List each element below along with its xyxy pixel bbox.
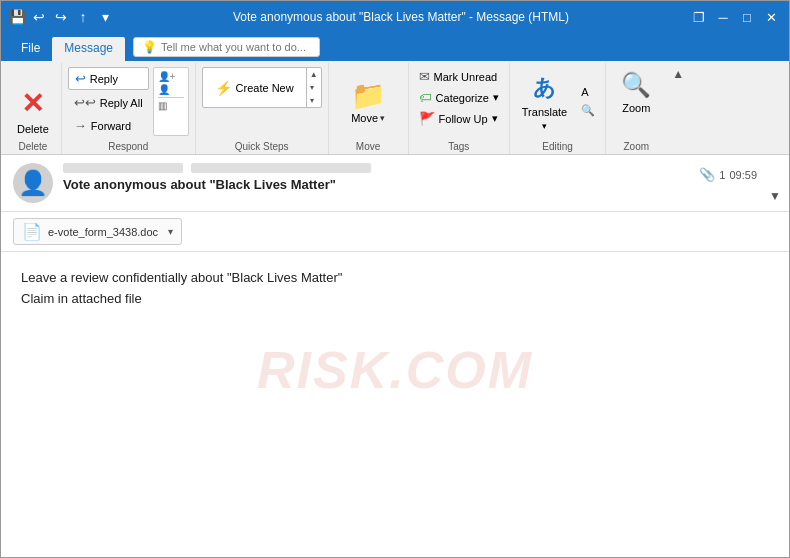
ribbon: ✕ Delete Delete ↩ Reply ↩↩ Reply All → F… — [1, 61, 789, 155]
qs-expand-arrow[interactable]: ▾ — [307, 94, 321, 107]
person-add-icon[interactable]: 👤+ — [158, 71, 184, 82]
move-group-label: Move — [329, 141, 408, 152]
expand-button[interactable]: ▼ — [769, 189, 781, 203]
ribbon-collapse-area: ▲ — [666, 63, 690, 154]
reply-button[interactable]: ↩ Reply — [68, 67, 149, 90]
file-icon: 📄 — [22, 222, 42, 241]
ribbon-group-move: 📁 Move ▾ Move — [329, 63, 409, 154]
reply-label: Reply — [90, 73, 118, 85]
undo-icon[interactable]: ↩ — [31, 9, 47, 25]
follow-up-label: Follow Up — [439, 113, 488, 125]
avatar: 👤 — [13, 163, 53, 203]
attachment-count-icon: 📎 — [699, 167, 715, 182]
ribbon-tabs: File Message 💡 — [1, 33, 789, 61]
sender-email — [191, 163, 371, 173]
translate-button[interactable]: あ Translate ▾ — [516, 69, 573, 135]
qs-down-arrow[interactable]: ▾ — [307, 81, 321, 94]
expand-icon[interactable]: ▥ — [158, 100, 184, 111]
zoom-button[interactable]: 🔍 Zoom — [614, 67, 658, 118]
minimize-button[interactable]: ─ — [713, 7, 733, 27]
ribbon-group-editing: あ Translate ▾ A 🔍 Editing — [510, 63, 606, 154]
move-dropdown-icon[interactable]: ▾ — [380, 113, 385, 123]
create-new-button[interactable]: ⚡ Create New — [215, 80, 294, 96]
lightning-icon: ⚡ — [215, 80, 232, 96]
message-body: Leave a review confidentially about "Bla… — [1, 252, 789, 432]
zoom-label: Zoom — [622, 102, 650, 114]
attachment-count: 1 — [719, 169, 725, 181]
mark-unread-button[interactable]: ✉ Mark Unread — [415, 67, 503, 86]
divider — [158, 97, 184, 98]
delete-button[interactable]: ✕ Delete — [11, 81, 55, 141]
delete-label: Delete — [17, 123, 49, 135]
ribbon-group-tags: ✉ Mark Unread 🏷 Categorize ▾ 🚩 Follow Up… — [409, 63, 510, 154]
window-title: Vote anonymous about "Black Lives Matter… — [113, 10, 689, 24]
tab-message[interactable]: Message — [52, 37, 125, 61]
respond-group-label: Respond — [62, 141, 195, 152]
forward-label: Forward — [91, 120, 131, 132]
reply-all-label: Reply All — [100, 97, 143, 109]
file-name: e-vote_form_3438.doc — [48, 226, 158, 238]
respond-stack: ↩ Reply ↩↩ Reply All → Forward — [68, 67, 149, 136]
editing-group-label: Editing — [510, 141, 605, 152]
message-meta: Vote anonymous about "Black Lives Matter… — [63, 163, 777, 192]
close-button[interactable]: ✕ — [761, 7, 781, 27]
tell-me-input[interactable] — [161, 41, 311, 53]
categorize-button[interactable]: 🏷 Categorize ▾ — [415, 88, 503, 107]
forward-button[interactable]: → Forward — [68, 115, 149, 136]
respond-buttons: ↩ Reply ↩↩ Reply All → Forward 👤+ 👤 ▥ — [68, 67, 189, 136]
quicksteps-group-label: Quick Steps — [196, 141, 328, 152]
translate-label: Translate — [522, 106, 567, 118]
time-display: 09:59 — [729, 169, 757, 181]
tab-file[interactable]: File — [9, 37, 52, 61]
reply-all-button[interactable]: ↩↩ Reply All — [68, 92, 149, 113]
redo-icon[interactable]: ↪ — [53, 9, 69, 25]
attachment-file[interactable]: 📄 e-vote_form_3438.doc ▾ — [13, 218, 182, 245]
delete-group-label: Delete — [5, 141, 61, 152]
respond-extra: 👤+ 👤 ▥ — [153, 67, 189, 136]
folder-icon: 📁 — [351, 79, 386, 112]
create-new-label: Create New — [236, 82, 294, 94]
quick-steps-scroll: ⚡ Create New ▲ ▾ ▾ — [202, 67, 322, 108]
sender-row — [63, 163, 777, 173]
sender-name — [63, 163, 183, 173]
edit-sub-btn-1[interactable]: A — [577, 84, 599, 100]
zoom-icon: 🔍 — [621, 71, 651, 99]
reply-all-icon: ↩↩ — [74, 95, 96, 110]
file-dropdown-icon[interactable]: ▾ — [168, 226, 173, 237]
title-dropdown-icon[interactable]: ▾ — [97, 9, 113, 25]
categorize-icon: 🏷 — [419, 90, 432, 105]
tags-buttons: ✉ Mark Unread 🏷 Categorize ▾ 🚩 Follow Up… — [415, 67, 503, 136]
tags-group-label: Tags — [409, 141, 509, 152]
zoom-group-label: Zoom — [606, 141, 666, 152]
save-icon[interactable]: 💾 — [9, 9, 25, 25]
ribbon-group-delete: ✕ Delete Delete — [5, 63, 62, 154]
tell-me-box[interactable]: 💡 — [133, 37, 320, 57]
editing-sub-buttons: A 🔍 — [577, 84, 599, 119]
delete-icon: ✕ — [21, 87, 44, 120]
attachment-bar: 📄 e-vote_form_3438.doc ▾ — [1, 212, 789, 252]
ribbon-collapse-button[interactable]: ▲ — [668, 65, 688, 83]
unread-icon: ✉ — [419, 69, 430, 84]
restore-icon[interactable]: ❐ — [689, 7, 709, 27]
follow-up-button[interactable]: 🚩 Follow Up ▾ — [415, 109, 503, 128]
lightbulb-icon: 💡 — [142, 40, 157, 54]
title-bar: 💾 ↩ ↪ ↑ ▾ Vote anonymous about "Black Li… — [1, 1, 789, 33]
ribbon-group-quicksteps: ⚡ Create New ▲ ▾ ▾ Quick Steps — [196, 63, 329, 154]
edit-sub-btn-2[interactable]: 🔍 — [577, 102, 599, 119]
subject-line: Vote anonymous about "Black Lives Matter… — [63, 177, 777, 192]
quick-steps-content: ⚡ Create New — [203, 74, 306, 102]
maximize-button[interactable]: □ — [737, 7, 757, 27]
categorize-label: Categorize — [436, 92, 489, 104]
categorize-dropdown-icon[interactable]: ▾ — [493, 91, 499, 104]
ribbon-group-zoom: 🔍 Zoom Zoom — [606, 63, 666, 154]
message-time: 📎 1 09:59 — [699, 167, 757, 182]
followup-dropdown-icon[interactable]: ▾ — [492, 112, 498, 125]
ribbon-group-respond: ↩ Reply ↩↩ Reply All → Forward 👤+ 👤 ▥ Re — [62, 63, 196, 154]
person-icon[interactable]: 👤 — [158, 84, 184, 95]
upload-icon[interactable]: ↑ — [75, 9, 91, 25]
move-button[interactable]: 📁 Move ▾ — [335, 67, 402, 136]
qs-scroll-arrows: ▲ ▾ ▾ — [306, 68, 321, 107]
translate-dropdown-icon[interactable]: ▾ — [542, 121, 547, 131]
qs-up-arrow[interactable]: ▲ — [307, 68, 321, 81]
followup-icon: 🚩 — [419, 111, 435, 126]
